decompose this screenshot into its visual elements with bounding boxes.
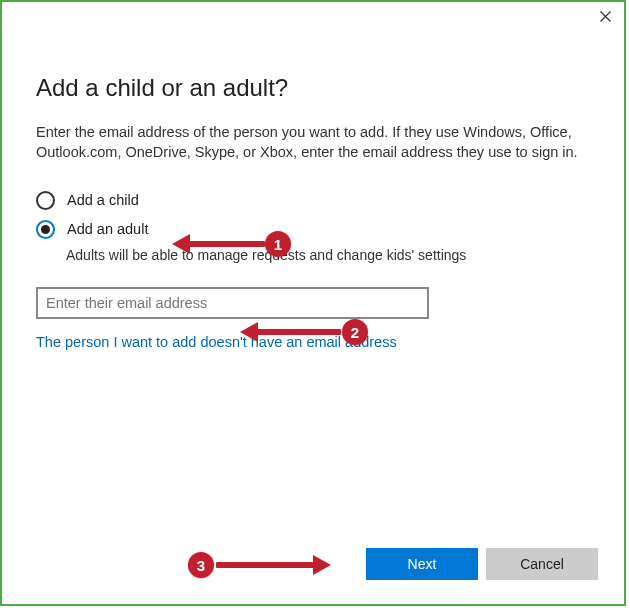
radio-label: Add a child (67, 192, 139, 208)
radio-add-adult[interactable]: Add an adult (36, 220, 590, 239)
radio-icon (36, 191, 55, 210)
dialog-window: Add a child or an adult? Enter the email… (0, 0, 626, 606)
titlebar (2, 2, 624, 30)
dialog-description: Enter the email address of the person yo… (36, 122, 590, 163)
dialog-content: Add a child or an adult? Enter the email… (2, 30, 624, 351)
no-email-link[interactable]: The person I want to add doesn't have an… (36, 334, 397, 350)
dialog-title: Add a child or an adult? (36, 74, 590, 102)
radio-label: Add an adult (67, 221, 148, 237)
cancel-button[interactable]: Cancel (486, 548, 598, 580)
next-button[interactable]: Next (366, 548, 478, 580)
button-bar: Next Cancel (366, 548, 598, 580)
annotation-badge-3: 3 (188, 552, 214, 578)
close-icon[interactable] (596, 7, 614, 25)
radio-icon (36, 220, 55, 239)
adult-subtext: Adults will be able to manage requests a… (66, 247, 590, 263)
radio-add-child[interactable]: Add a child (36, 191, 590, 210)
email-field[interactable] (36, 287, 429, 319)
